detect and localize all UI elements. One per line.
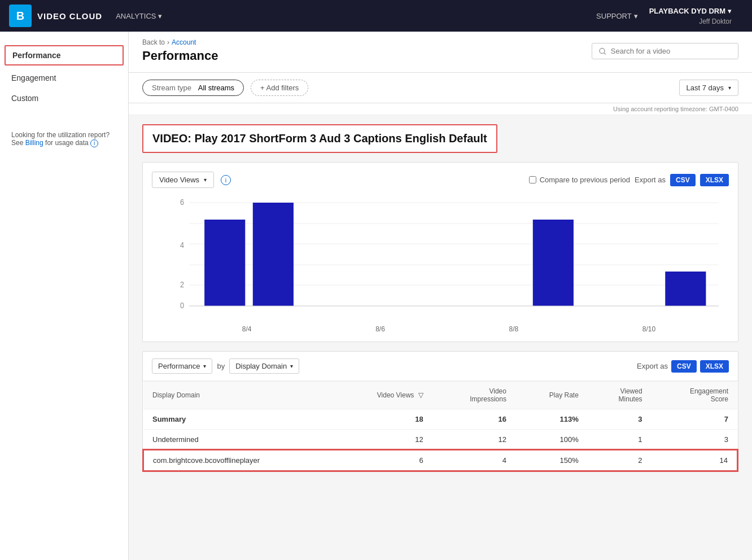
sidebar-note: Looking for the utilization report? See … [0, 120, 128, 159]
cell-undetermined-engagement: 3 [652, 430, 737, 450]
col-viewed-minutes: ViewedMinutes [588, 382, 652, 409]
col-video-views[interactable]: Video Views ▽ [334, 382, 432, 409]
sidebar-item-engagement[interactable]: Engagement [0, 68, 128, 88]
table-section: Performance ▾ by Display Domain ▾ Export… [142, 351, 738, 472]
search-area[interactable] [592, 43, 738, 59]
col-engagement-score: EngagementScore [652, 382, 737, 409]
cell-brightcove-impressions: 4 [432, 450, 515, 471]
account-nav-item[interactable]: PLAYBACK DYD DRM ▾ Jeff Doktor [649, 7, 732, 25]
sidebar-item-performance[interactable]: Performance [5, 45, 124, 65]
cell-brightcove-playrate: 150% [515, 450, 588, 471]
page-header: Back to › Account Performance [129, 32, 752, 73]
logo-icon: B [9, 5, 32, 27]
billing-link[interactable]: Billing [25, 139, 43, 147]
table-csv-button[interactable]: CSV [671, 360, 697, 373]
col-display-domain: Display Domain [143, 382, 334, 409]
table-header: Display Domain Video Views ▽ VideoImpres… [143, 382, 737, 409]
svg-line-1 [604, 53, 606, 54]
sidebar-item-custom[interactable]: Custom [0, 88, 128, 108]
data-table: Display Domain Video Views ▽ VideoImpres… [143, 381, 738, 471]
x-label-2: 8/6 [375, 325, 385, 333]
svg-text:6: 6 [180, 198, 184, 207]
video-title-box: VIDEO: Play 2017 ShortForm 3 Aud 3 Capti… [142, 124, 497, 153]
content-area: Back to › Account Performance Stream typ… [129, 32, 752, 560]
cell-undetermined-views: 12 [334, 430, 432, 450]
bar-chart-svg: 6 4 2 0 [169, 197, 729, 321]
table-row-summary: Summary 18 16 113% 3 7 [143, 409, 737, 430]
x-label-4: 8/10 [642, 325, 655, 333]
video-title-section: VIDEO: Play 2017 ShortForm 3 Aud 3 Capti… [129, 115, 752, 153]
table-row-brightcove: com.brightcove.bcovofflineplayer 6 4 150… [143, 450, 737, 471]
compare-checkbox-label[interactable]: Compare to previous period [529, 176, 630, 184]
chart-section: Video Views ▾ i Compare to previous peri… [142, 162, 738, 342]
svg-text:4: 4 [180, 240, 185, 250]
table-metric-select[interactable]: Performance ▾ [152, 358, 212, 374]
filter-bar: Stream type All streams + Add filters La… [129, 73, 752, 103]
svg-rect-12 [204, 220, 245, 306]
cell-summary-views: 18 [334, 409, 432, 430]
cell-summary-engagement: 7 [652, 409, 737, 430]
cell-brightcove-engagement: 14 [652, 450, 737, 471]
top-nav: B VIDEO CLOUD ANALYTICS ▾ SUPPORT ▾ PLAY… [0, 0, 752, 32]
chart-right-controls: Compare to previous period Export as CSV… [529, 174, 729, 186]
svg-rect-13 [253, 203, 294, 306]
svg-text:2: 2 [180, 280, 184, 289]
cell-brightcove-domain: com.brightcove.bcovofflineplayer [143, 450, 334, 471]
stream-type-button[interactable]: Stream type All streams [142, 80, 244, 96]
svg-point-0 [600, 48, 605, 53]
search-input[interactable] [611, 47, 731, 55]
chart-csv-button[interactable]: CSV [670, 174, 696, 186]
breadcrumb: Back to › Account [142, 38, 218, 46]
dimension-select[interactable]: Display Domain ▾ [229, 358, 299, 374]
compare-checkbox[interactable] [529, 176, 536, 183]
cell-summary-minutes: 3 [588, 409, 652, 430]
cell-undetermined-playrate: 100% [515, 430, 588, 450]
chart-controls: Video Views ▾ i Compare to previous peri… [152, 172, 729, 188]
table-controls: Performance ▾ by Display Domain ▾ Export… [143, 352, 738, 381]
page-title: Performance [142, 49, 218, 63]
chart-x-labels: 8/4 8/6 8/8 8/10 [169, 325, 729, 333]
breadcrumb-account-link[interactable]: Account [172, 38, 196, 46]
bar-chart: 6 4 2 0 [169, 197, 729, 333]
x-label-1: 8/4 [242, 325, 252, 333]
svg-text:0: 0 [180, 301, 184, 310]
cell-summary-impressions: 16 [432, 409, 515, 430]
cell-undetermined-domain: Undetermined [143, 430, 334, 450]
cell-summary-domain: Summary [143, 409, 334, 430]
x-label-3: 8/8 [509, 325, 518, 333]
cell-undetermined-minutes: 1 [588, 430, 652, 450]
analytics-nav-item[interactable]: ANALYTICS ▾ [116, 12, 162, 20]
table-body: Summary 18 16 113% 3 7 Undetermined 12 1… [143, 409, 737, 471]
cell-undetermined-impressions: 12 [432, 430, 515, 450]
svg-rect-15 [665, 272, 706, 306]
search-icon [599, 47, 606, 55]
chart-info-icon[interactable]: i [221, 175, 231, 185]
video-title: VIDEO: Play 2017 ShortForm 3 Aud 3 Capti… [152, 132, 487, 145]
add-filters-button[interactable]: + Add filters [251, 80, 308, 96]
col-play-rate: Play Rate [515, 382, 588, 409]
sidebar: Performance Engagement Custom Looking fo… [0, 32, 129, 560]
chart-xlsx-button[interactable]: XLSX [700, 174, 729, 186]
table-xlsx-button[interactable]: XLSX [700, 360, 729, 373]
table-row-undetermined: Undetermined 12 12 100% 1 3 [143, 430, 737, 450]
logo-area: B VIDEO CLOUD [9, 5, 102, 27]
support-nav-item[interactable]: SUPPORT ▾ [596, 12, 638, 20]
metric-select[interactable]: Video Views ▾ [152, 172, 214, 188]
timezone-note: Using account reporting timezone: GMT-04… [129, 103, 752, 115]
col-video-impressions: VideoImpressions [432, 382, 515, 409]
cell-brightcove-views: 6 [334, 450, 432, 471]
info-icon[interactable]: i [90, 139, 98, 147]
table-export-area: Export as CSV XLSX [637, 360, 729, 373]
cell-summary-playrate: 113% [515, 409, 588, 430]
cell-brightcove-minutes: 2 [588, 450, 652, 471]
brand-name: VIDEO CLOUD [37, 11, 102, 21]
svg-rect-14 [533, 220, 574, 306]
date-range-select[interactable]: Last 7 days ▾ [679, 80, 739, 96]
